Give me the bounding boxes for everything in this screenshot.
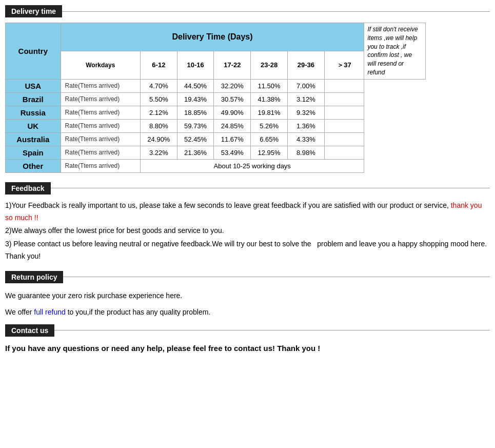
pct-cell: 11.50% (251, 79, 288, 92)
pct-cell: 9.32% (287, 106, 324, 119)
pct-cell: 8.98% (287, 146, 324, 159)
feedback-section: Feedback 1)Your Feedback is really impor… (5, 182, 490, 263)
feedback-label: Feedback (5, 182, 51, 194)
feedback-line-1: 1)Your Feedback is really important to u… (5, 200, 490, 224)
delivery-time-main-header: Delivery Time (Days) (61, 23, 364, 51)
gt37-cell (324, 92, 364, 106)
table-row: UKRate(Ttems arrived)8.80%59.73%24.85%5.… (6, 119, 426, 132)
feedback-highlight-1: thank you so much !! (5, 201, 482, 222)
pct-cell: 12.95% (251, 146, 288, 159)
contact-label: Contact us (5, 324, 54, 337)
return-line-1: We guarantee your zero risk purchase exp… (5, 288, 490, 303)
guarantee-cell: If still don't receive items ,we will he… (364, 23, 426, 80)
pct-cell: 2.12% (141, 106, 177, 119)
rate-cell: Rate(Ttems arrived) (61, 159, 140, 172)
pct-cell: 53.49% (214, 146, 251, 159)
workdays-header: Workdays (61, 51, 140, 79)
rate-cell: Rate(Ttems arrived) (61, 79, 140, 92)
other-colspan-cell: About 10-25 working days (141, 159, 364, 172)
table-row: SpainRate(Ttems arrived)3.22%21.36%53.49… (6, 146, 426, 159)
feedback-line-2: 2)We always offer the lowest price for b… (5, 225, 490, 237)
col-6-12-header: 6-12 (141, 51, 177, 79)
rate-cell: Rate(Ttems arrived) (61, 132, 140, 146)
contact-header: Contact us (5, 324, 490, 337)
pct-cell: 19.43% (177, 92, 214, 106)
country-cell: Spain (6, 146, 61, 159)
pct-cell: 41.38% (251, 92, 288, 106)
pct-cell: 3.12% (287, 92, 324, 106)
feedback-text: 1)Your Feedback is really important to u… (5, 200, 490, 263)
pct-cell: 7.00% (287, 79, 324, 92)
pct-cell: 21.36% (177, 146, 214, 159)
contact-text: If you have any questions or need any he… (5, 344, 490, 353)
return-highlight: full refund (34, 308, 65, 316)
feedback-header-line (51, 188, 490, 188)
country-cell: Russia (6, 106, 61, 119)
table-row: USARate(Ttems arrived)4.70%44.50%32.20%1… (6, 79, 426, 92)
country-cell: Brazil (6, 92, 61, 106)
rate-cell: Rate(Ttems arrived) (61, 92, 140, 106)
col-29-36-header: 29-36 (287, 51, 324, 79)
rate-cell: Rate(Ttems arrived) (61, 106, 140, 119)
table-row: BrazilRate(Ttems arrived)5.50%19.43%30.5… (6, 92, 426, 106)
col-17-22-header: 17-22 (214, 51, 251, 79)
return-text: We guarantee your zero risk purchase exp… (5, 288, 490, 319)
pct-cell: 59.73% (177, 119, 214, 132)
country-cell: Australia (6, 132, 61, 146)
pct-cell: 49.90% (214, 106, 251, 119)
contact-header-line (54, 330, 490, 330)
pct-cell: 8.80% (141, 119, 177, 132)
pct-cell: 52.45% (177, 132, 214, 146)
return-section: Return policy We guarantee your zero ris… (5, 271, 490, 319)
return-line-2: We offer full refund to you,if the produ… (5, 305, 490, 319)
country-cell: UK (6, 119, 61, 132)
return-line-2-post: to you,if the product has any quality pr… (66, 308, 211, 316)
pct-cell: 11.67% (214, 132, 251, 146)
pct-cell: 24.90% (141, 132, 177, 146)
pct-cell: 19.81% (251, 106, 288, 119)
delivery-time-label: Delivery time (5, 5, 62, 17)
col-23-28-header: 23-28 (251, 51, 288, 79)
delivery-time-header: Delivery time (5, 5, 490, 17)
delivery-table-wrapper: Country Delivery Time (Days) If still do… (5, 23, 490, 173)
return-label: Return policy (5, 271, 63, 283)
gt37-cell (324, 106, 364, 119)
feedback-line-3: 3) Please contact us before leaving neut… (5, 238, 490, 263)
feedback-header: Feedback (5, 182, 490, 194)
gt37-cell (324, 79, 364, 92)
country-header: Country (6, 23, 61, 80)
rate-cell: Rate(Ttems arrived) (61, 119, 140, 132)
country-cell: USA (6, 79, 61, 92)
country-cell: Other (6, 159, 61, 172)
table-row: OtherRate(Ttems arrived)About 10-25 work… (6, 159, 426, 172)
table-row: RussiaRate(Ttems arrived)2.12%18.85%49.9… (6, 106, 426, 119)
pct-cell: 44.50% (177, 79, 214, 92)
col-gt37-header: ＞37 (324, 51, 364, 79)
delivery-header-line (62, 11, 490, 12)
delivery-table: Country Delivery Time (Days) If still do… (5, 23, 426, 173)
pct-cell: 3.22% (141, 146, 177, 159)
pct-cell: 5.50% (141, 92, 177, 106)
table-row: AustraliaRate(Ttems arrived)24.90%52.45%… (6, 132, 426, 146)
return-header: Return policy (5, 271, 490, 283)
pct-cell: 30.57% (214, 92, 251, 106)
pct-cell: 5.26% (251, 119, 288, 132)
pct-cell: 4.33% (287, 132, 324, 146)
return-line-2-pre: We offer (5, 308, 34, 316)
contact-section: Contact us If you have any questions or … (5, 324, 490, 353)
return-header-line (63, 277, 490, 277)
pct-cell: 24.85% (214, 119, 251, 132)
pct-cell: 32.20% (214, 79, 251, 92)
pct-cell: 6.65% (251, 132, 288, 146)
gt37-cell (324, 146, 364, 159)
pct-cell: 1.36% (287, 119, 324, 132)
gt37-cell (324, 132, 364, 146)
col-10-16-header: 10-16 (177, 51, 214, 79)
pct-cell: 4.70% (141, 79, 177, 92)
rate-cell: Rate(Ttems arrived) (61, 146, 140, 159)
gt37-cell (324, 119, 364, 132)
pct-cell: 18.85% (177, 106, 214, 119)
